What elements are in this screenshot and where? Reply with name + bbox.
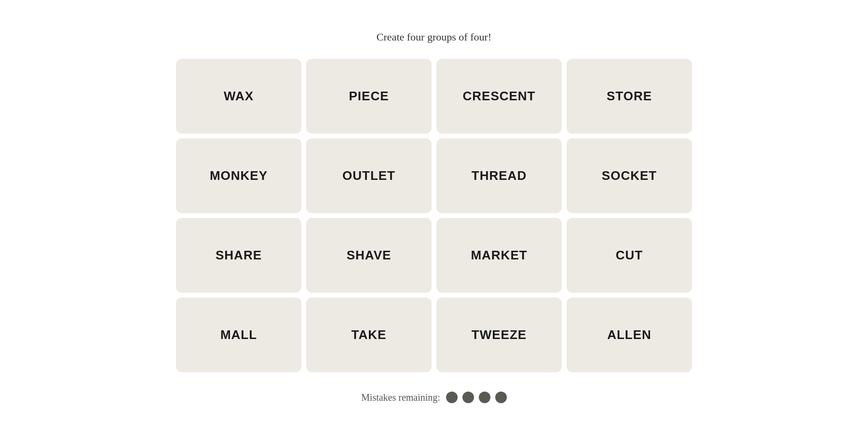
mistakes-label: Mistakes remaining:	[361, 392, 440, 403]
tile-socket[interactable]: SOCKET	[567, 138, 692, 213]
tile-label-take: TAKE	[352, 327, 387, 342]
tile-label-outlet: OUTLET	[342, 168, 395, 183]
mistake-dot-1	[446, 392, 458, 403]
mistake-dot-4	[495, 392, 507, 403]
instructions-text: Create four groups of four!	[377, 31, 491, 43]
tile-crescent[interactable]: CRESCENT	[436, 59, 562, 134]
tile-label-market: MARKET	[471, 248, 527, 263]
tile-label-share: SHARE	[216, 248, 262, 263]
tile-market[interactable]: MARKET	[436, 218, 562, 293]
tile-tweeze[interactable]: TWEEZE	[436, 298, 562, 372]
mistake-dot-3	[479, 392, 490, 403]
tile-label-mall: MALL	[220, 327, 257, 342]
tile-label-wax: WAX	[224, 89, 254, 104]
tile-wax[interactable]: WAX	[176, 59, 301, 134]
tile-share[interactable]: SHARE	[176, 218, 301, 293]
mistakes-row: Mistakes remaining:	[361, 392, 507, 403]
tile-label-thread: THREAD	[472, 168, 527, 183]
tile-outlet[interactable]: OUTLET	[306, 138, 432, 213]
tile-label-store: STORE	[607, 89, 652, 104]
tile-label-allen: ALLEN	[607, 327, 651, 342]
tile-label-tweeze: TWEEZE	[472, 327, 527, 342]
tile-allen[interactable]: ALLEN	[567, 298, 692, 372]
mistake-dot-2	[462, 392, 474, 403]
tile-mall[interactable]: MALL	[176, 298, 301, 372]
tile-monkey[interactable]: MONKEY	[176, 138, 301, 213]
word-grid: WAXPIECECRESCENTSTOREMONKEYOUTLETTHREADS…	[176, 59, 692, 372]
tile-take[interactable]: TAKE	[306, 298, 432, 372]
tile-label-socket: SOCKET	[602, 168, 657, 183]
tile-label-shave: SHAVE	[347, 248, 392, 263]
tile-shave[interactable]: SHAVE	[306, 218, 432, 293]
tile-thread[interactable]: THREAD	[436, 138, 562, 213]
tile-label-piece: PIECE	[349, 89, 389, 104]
tile-cut[interactable]: CUT	[567, 218, 692, 293]
tile-label-cut: CUT	[616, 248, 643, 263]
tile-label-monkey: MONKEY	[210, 168, 268, 183]
tile-label-crescent: CRESCENT	[462, 89, 535, 104]
tile-store[interactable]: STORE	[567, 59, 692, 134]
tile-piece[interactable]: PIECE	[306, 59, 432, 134]
mistakes-dots	[446, 392, 507, 403]
